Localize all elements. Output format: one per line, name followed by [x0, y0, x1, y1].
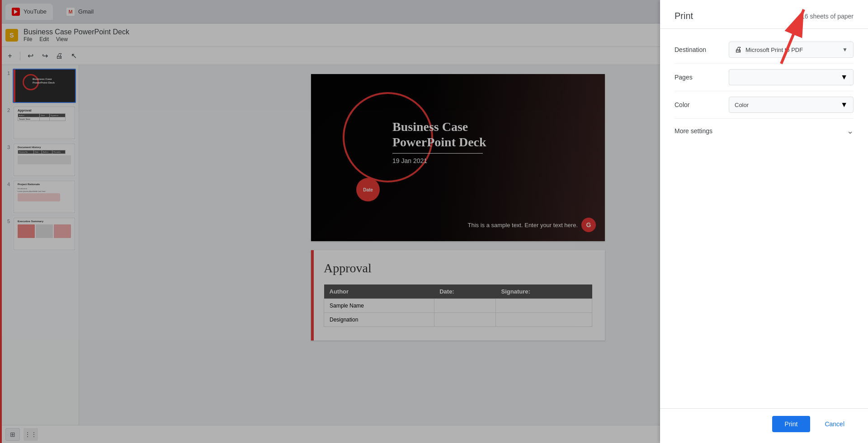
- cancel-button[interactable]: Cancel: [816, 416, 854, 432]
- color-value: Color: [735, 102, 840, 108]
- color-row: Color Color ▼: [675, 91, 854, 119]
- destination-control: 🖨 Microsoft Print to PDF ▼: [729, 42, 854, 58]
- print-footer: Print Cancel: [660, 408, 868, 443]
- color-chevron: ▼: [840, 101, 848, 109]
- print-dialog-title: Print: [675, 11, 693, 21]
- pages-select[interactable]: ▼: [729, 69, 854, 85]
- destination-select[interactable]: 🖨 Microsoft Print to PDF ▼: [729, 42, 854, 58]
- print-overlay: Print 16 sheets of paper Destination 🖨 M…: [0, 0, 868, 443]
- print-spacer: [660, 280, 868, 409]
- destination-value: Microsoft Print to PDF: [745, 47, 842, 53]
- pages-row: Pages ▼: [675, 64, 854, 91]
- color-control: Color ▼: [729, 97, 854, 113]
- destination-label: Destination: [675, 46, 729, 53]
- printer-icon: 🖨: [735, 46, 742, 54]
- color-label: Color: [675, 101, 729, 108]
- destination-row: Destination 🖨 Microsoft Print to PDF ▼: [675, 36, 854, 64]
- print-button[interactable]: Print: [772, 416, 811, 432]
- pages-label: Pages: [675, 74, 729, 81]
- print-header: Print 16 sheets of paper: [660, 0, 868, 29]
- print-sheets-info: 16 sheets of paper: [801, 13, 854, 20]
- destination-chevron: ▼: [842, 47, 848, 53]
- color-select[interactable]: Color ▼: [729, 97, 854, 113]
- print-dialog: Print 16 sheets of paper Destination 🖨 M…: [660, 0, 868, 443]
- pages-control: ▼: [729, 69, 854, 85]
- print-body: Destination 🖨 Microsoft Print to PDF ▼: [660, 29, 868, 280]
- more-settings-label: More settings: [675, 127, 712, 135]
- more-settings-row[interactable]: More settings ⌄: [675, 119, 854, 143]
- more-settings-expand-icon: ⌄: [847, 126, 854, 136]
- pages-chevron: ▼: [840, 73, 848, 81]
